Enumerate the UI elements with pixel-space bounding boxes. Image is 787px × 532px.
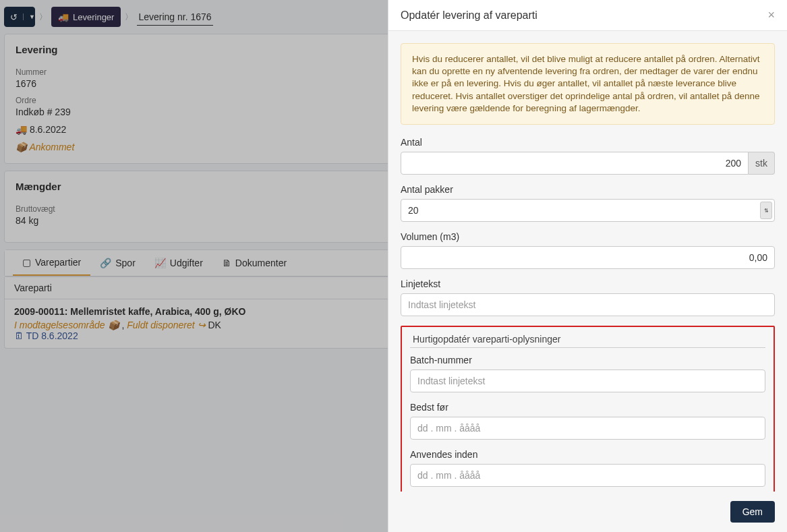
pakker-label: Antal pakker (401, 184, 775, 195)
pakker-input[interactable] (401, 199, 775, 222)
antal-label: Antal (401, 137, 775, 148)
close-icon[interactable]: × (767, 8, 775, 22)
bedst-input[interactable] (410, 417, 765, 440)
save-button[interactable]: Gem (730, 501, 775, 523)
batchno-input[interactable] (410, 370, 765, 392)
drawer-title: Opdatér levering af vareparti (401, 9, 537, 22)
linje-label: Linjetekst (401, 278, 775, 289)
bedst-label: Bedst før (410, 402, 765, 413)
section-title: Hurtigopdatér vareparti-oplysninger (410, 334, 765, 348)
linje-input[interactable] (401, 293, 775, 316)
anvendes-label: Anvendes inden (410, 449, 765, 460)
vol-label: Volumen (m3) (401, 231, 775, 242)
quickupdate-section: Hurtigopdatér vareparti-oplysninger Batc… (401, 326, 775, 492)
batchno-label: Batch-nummer (410, 355, 765, 365)
stepper-icon[interactable]: ⇅ (760, 202, 772, 219)
vol-input[interactable] (401, 246, 775, 269)
drawer-header: Opdatér levering af vareparti × (388, 0, 787, 31)
anvendes-input[interactable] (410, 464, 765, 487)
antal-unit: stk (749, 152, 775, 175)
warning-box: Hvis du reducerer antallet, vil det bliv… (401, 43, 775, 125)
antal-input[interactable] (401, 152, 749, 175)
drawer: Opdatér levering af vareparti × Hvis du … (388, 0, 787, 532)
